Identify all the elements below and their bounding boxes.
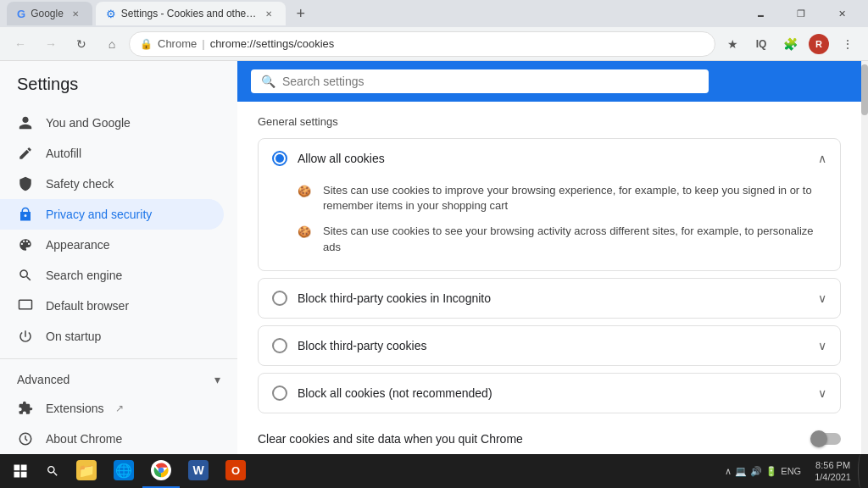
window-controls: 🗕 ❐ ✕: [741, 0, 861, 27]
sidebar-divider: [0, 358, 237, 359]
taskbar-date: 1/4/2021: [815, 471, 851, 483]
clear-cookies-toggle[interactable]: [812, 433, 841, 445]
content-inner: General settings Allow all cookies ∧ 🍪 S…: [237, 102, 861, 488]
advanced-label: Advanced: [17, 373, 203, 386]
address-site: Chrome: [158, 37, 197, 50]
search-input[interactable]: [282, 75, 698, 88]
cookie-sub-text-1: Sites can use cookies to improve your br…: [323, 183, 826, 214]
maximize-button[interactable]: ❐: [782, 0, 821, 27]
autofill-icon: [17, 145, 34, 162]
show-desktop-button[interactable]: [858, 454, 865, 488]
taskbar-app-files[interactable]: 📁: [68, 454, 105, 488]
scrollbar-thumb[interactable]: [861, 64, 868, 115]
sidebar-item-on-startup[interactable]: On startup: [0, 321, 224, 352]
cookie-option-block-incognito-header[interactable]: Block third-party cookies in Incognito ∨: [259, 279, 840, 318]
taskbar-app-office[interactable]: O: [217, 454, 254, 488]
new-tab-button[interactable]: +: [289, 2, 313, 25]
on-startup-icon: [17, 328, 34, 345]
content-area: 🔍 General settings Allow all cookies ∧ 🍪…: [237, 61, 861, 488]
cookie-option-allow-all-label: Allow all cookies: [298, 152, 818, 165]
taskbar-app-chrome[interactable]: [142, 454, 180, 488]
cookie-option-allow-all-header[interactable]: Allow all cookies ∧: [259, 139, 840, 178]
sidebar-item-autofill[interactable]: Autofill: [0, 138, 224, 169]
scrollbar[interactable]: [861, 61, 868, 488]
sidebar: Settings You and Google Autofill Safety …: [0, 61, 237, 488]
external-link-icon: ↗: [115, 402, 124, 414]
radio-block-incognito[interactable]: [272, 291, 287, 306]
extensions-button[interactable]: 🧩: [776, 30, 804, 58]
cookie-option-allow-all: Allow all cookies ∧ 🍪 Sites can use cook…: [258, 138, 841, 271]
radio-block-third-party[interactable]: [272, 338, 287, 353]
cookie-option-block-all-header[interactable]: Block all cookies (not recommended) ∨: [259, 374, 840, 413]
radio-block-all[interactable]: [272, 385, 287, 401]
taskbar-app-word[interactable]: W: [180, 454, 217, 488]
tray-volume-icon[interactable]: 🔊: [750, 466, 762, 477]
sidebar-item-default-browser-label: Default browser: [46, 299, 129, 313]
taskbar-app-edge[interactable]: 🌐: [105, 454, 142, 488]
taskbar-search-button[interactable]: [37, 456, 68, 486]
lang-indicator[interactable]: ENG: [781, 466, 801, 476]
bookmark-button[interactable]: ★: [719, 30, 746, 58]
tray-up-arrow-icon[interactable]: ∧: [725, 466, 732, 477]
sidebar-item-safety-check-label: Safety check: [46, 177, 114, 191]
shield-icon: [17, 175, 34, 192]
section-title: General settings: [258, 115, 841, 128]
nav-bar: ← → ↻ ⌂ 🔒 Chrome | chrome://settings/coo…: [0, 27, 868, 61]
menu-button[interactable]: ⋮: [834, 30, 861, 58]
forward-button[interactable]: →: [37, 30, 64, 58]
taskbar: 📁 🌐 W O ∧ 💻 🔊 🔋 ENG 8:56 PM 1/4/2021: [0, 454, 868, 488]
address-bar[interactable]: 🔒 Chrome | chrome://settings/cookies: [129, 31, 715, 57]
tab-google-close[interactable]: ✕: [69, 7, 82, 20]
tab-google[interactable]: G Google ✕: [7, 2, 92, 25]
sidebar-item-extensions[interactable]: Extensions ↗: [0, 393, 224, 424]
sidebar-item-you-and-google[interactable]: You and Google: [0, 108, 224, 138]
default-browser-icon: [17, 297, 34, 314]
taskbar-clock[interactable]: 8:56 PM 1/4/2021: [808, 459, 858, 484]
cookie-option-allow-all-expanded: 🍪 Sites can use cookies to improve your …: [259, 178, 840, 270]
svg-rect-5: [21, 472, 27, 478]
nav-right-buttons: ★ IQ 🧩 R ⋮: [719, 30, 861, 58]
sidebar-item-appearance[interactable]: Appearance: [0, 230, 224, 260]
reload-button[interactable]: ↻: [68, 30, 95, 58]
advanced-arrow-icon: ▾: [214, 373, 220, 386]
minimize-button[interactable]: 🗕: [741, 0, 780, 27]
iq-button[interactable]: IQ: [748, 30, 775, 58]
sidebar-item-default-browser[interactable]: Default browser: [0, 291, 224, 321]
cookie-option-block-third-party: Block third-party cookies ∨: [258, 325, 841, 366]
avatar-button[interactable]: R: [805, 30, 832, 58]
tab-google-favicon: G: [17, 8, 25, 20]
cookie-icon-2: 🍪: [298, 225, 314, 242]
close-button[interactable]: ✕: [822, 0, 861, 27]
tray-battery-icon: 🔋: [765, 466, 777, 477]
sidebar-item-privacy-label: Privacy and security: [46, 208, 152, 221]
radio-allow-all[interactable]: [272, 151, 287, 166]
lock-blue-icon: [17, 206, 34, 223]
tab-settings-close[interactable]: ✕: [262, 7, 275, 20]
svg-rect-0: [19, 300, 32, 309]
taskbar-edge-icon: 🌐: [114, 460, 134, 480]
sidebar-advanced[interactable]: Advanced ▾: [0, 366, 237, 393]
sidebar-item-you-and-google-label: You and Google: [46, 116, 131, 130]
back-button[interactable]: ←: [7, 30, 34, 58]
sidebar-item-search-engine[interactable]: Search engine: [0, 260, 224, 291]
taskbar-word-icon: W: [188, 460, 209, 480]
cookie-sub-text-2: Sites can use cookies to see your browsi…: [323, 224, 826, 254]
sidebar-item-safety-check[interactable]: Safety check: [0, 169, 224, 199]
search-bar-area: 🔍: [237, 61, 861, 102]
tab-settings[interactable]: ⚙ Settings - Cookies and other sit... ✕: [96, 2, 286, 25]
cookie-option-block-third-party-header[interactable]: Block third-party cookies ∨: [259, 326, 840, 365]
home-button[interactable]: ⌂: [98, 30, 125, 58]
sidebar-item-about-chrome[interactable]: About Chrome: [0, 424, 224, 454]
sidebar-item-privacy-and-security[interactable]: Privacy and security: [0, 199, 224, 230]
taskbar-start-button[interactable]: [3, 454, 37, 488]
sidebar-item-about-chrome-label: About Chrome: [46, 432, 122, 446]
block-incognito-chevron-icon: ∨: [818, 291, 826, 305]
taskbar-tray: ∧ 💻 🔊 🔋 ENG: [718, 466, 808, 477]
svg-point-6: [159, 468, 164, 474]
cookie-option-block-all: Block all cookies (not recommended) ∨: [258, 373, 841, 413]
person-icon: [17, 114, 34, 131]
toggle-row-clear-cookies: Clear cookies and site data when you qui…: [258, 420, 841, 458]
tab-settings-favicon: ⚙: [106, 8, 116, 20]
taskbar-office-icon: O: [225, 460, 246, 480]
about-chrome-icon: [17, 430, 34, 447]
